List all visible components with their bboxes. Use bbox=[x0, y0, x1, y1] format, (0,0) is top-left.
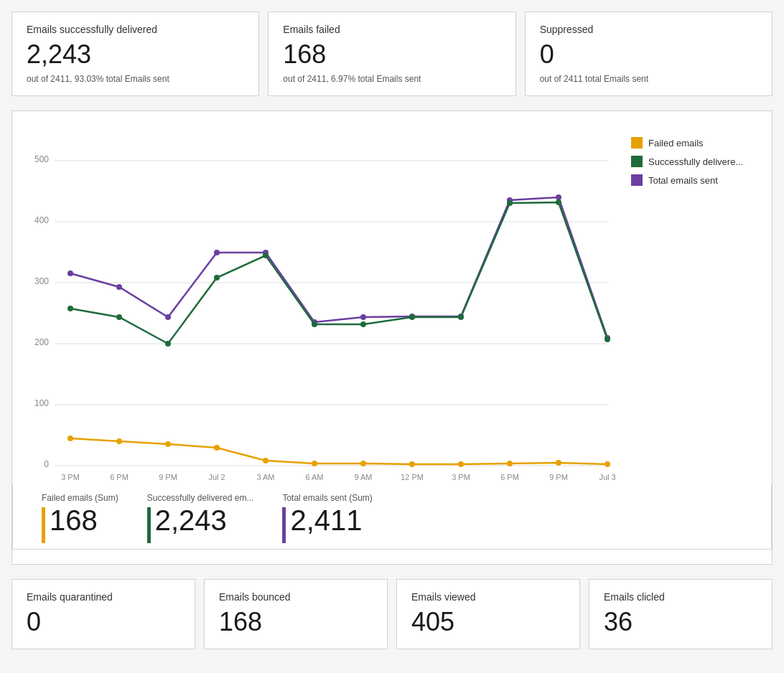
svg-point-55 bbox=[409, 461, 415, 467]
svg-text:3 PM: 3 PM bbox=[61, 473, 80, 481]
svg-text:6 AM: 6 AM bbox=[305, 473, 323, 481]
legend-total-color bbox=[631, 174, 643, 186]
card-clicked: Emails clicled 36 bbox=[589, 579, 773, 649]
chart-block: 0 100 200 300 400 500 3 PM 6 PM 9 PM bbox=[11, 110, 773, 565]
card-delivered-subtitle: out of 2411, 93.03% total Emails sent bbox=[27, 74, 244, 84]
bottom-cards-row: Emails quarantined 0 Emails bounced 168 … bbox=[11, 579, 773, 649]
chart-area: 0 100 200 300 400 500 3 PM 6 PM 9 PM bbox=[24, 123, 620, 484]
stat-total-sum: Total emails sent (Sum) 2,411 bbox=[282, 493, 372, 543]
card-clicked-title: Emails clicled bbox=[604, 591, 757, 603]
legend-total: Total emails sent bbox=[631, 174, 760, 186]
svg-point-47 bbox=[605, 336, 610, 342]
legend-failed-label: Failed emails bbox=[648, 138, 704, 149]
card-delivered: Emails successfully delivered 2,243 out … bbox=[11, 11, 259, 96]
legend-failed: Failed emails bbox=[631, 137, 760, 149]
svg-text:9 AM: 9 AM bbox=[354, 473, 372, 481]
stat-delivered-value-container: 2,243 bbox=[147, 504, 254, 543]
svg-point-59 bbox=[605, 461, 610, 467]
legend-total-label: Total emails sent bbox=[648, 175, 718, 186]
svg-point-49 bbox=[116, 438, 122, 444]
card-failed-title: Emails failed bbox=[283, 24, 500, 35]
stat-failed-value-container: 168 bbox=[42, 504, 118, 543]
stat-delivered-bar bbox=[147, 507, 151, 543]
svg-point-57 bbox=[507, 461, 513, 466]
top-cards-row: Emails successfully delivered 2,243 out … bbox=[11, 11, 773, 96]
svg-point-43 bbox=[409, 314, 415, 320]
stat-delivered-label: Successfully delivered em... bbox=[147, 493, 254, 503]
svg-point-52 bbox=[263, 458, 269, 463]
svg-text:6 PM: 6 PM bbox=[110, 473, 129, 481]
card-suppressed-subtitle: out of 2411 total Emails sent bbox=[540, 74, 757, 84]
card-failed-value: 168 bbox=[283, 39, 500, 70]
svg-text:300: 300 bbox=[34, 276, 49, 286]
svg-point-48 bbox=[67, 436, 73, 441]
stat-delivered-number: 2,243 bbox=[155, 504, 227, 537]
svg-point-56 bbox=[458, 461, 464, 467]
stat-failed-number: 168 bbox=[50, 504, 98, 537]
stat-failed-sum: Failed emails (Sum) 168 bbox=[42, 493, 118, 543]
chart-bottom-stats: Failed emails (Sum) 168 Successfully del… bbox=[12, 484, 772, 550]
svg-point-50 bbox=[165, 441, 171, 447]
card-bounced-title: Emails bounced bbox=[219, 591, 373, 603]
legend-delivered: Successfully delivere... bbox=[631, 156, 760, 167]
svg-point-37 bbox=[116, 314, 122, 320]
svg-point-24 bbox=[67, 270, 73, 276]
card-failed: Emails failed 168 out of 2411, 6.97% tot… bbox=[268, 11, 515, 96]
svg-point-58 bbox=[556, 460, 561, 466]
svg-point-34 bbox=[556, 194, 561, 200]
card-bounced-value: 168 bbox=[219, 607, 373, 637]
svg-point-27 bbox=[214, 250, 220, 255]
stat-failed-label: Failed emails (Sum) bbox=[42, 493, 118, 503]
svg-point-38 bbox=[165, 341, 171, 347]
svg-text:3 AM: 3 AM bbox=[256, 473, 274, 481]
svg-text:200: 200 bbox=[34, 337, 49, 347]
stat-total-number: 2,411 bbox=[290, 504, 362, 537]
svg-point-54 bbox=[360, 461, 366, 466]
card-viewed-value: 405 bbox=[411, 607, 565, 637]
svg-point-44 bbox=[458, 314, 464, 320]
svg-text:400: 400 bbox=[34, 215, 49, 225]
svg-point-25 bbox=[116, 284, 122, 290]
card-failed-subtitle: out of 2411, 6.97% total Emails sent bbox=[283, 74, 500, 84]
card-bounced: Emails bounced 168 bbox=[204, 579, 388, 649]
svg-point-40 bbox=[263, 253, 269, 258]
svg-point-53 bbox=[312, 461, 317, 466]
card-delivered-value: 2,243 bbox=[27, 39, 244, 70]
legend-delivered-label: Successfully delivere... bbox=[648, 156, 743, 167]
svg-point-41 bbox=[312, 321, 317, 327]
card-suppressed-title: Suppressed bbox=[540, 24, 757, 35]
card-clicked-value: 36 bbox=[604, 607, 757, 637]
stat-total-bar bbox=[282, 507, 286, 543]
stat-total-value-container: 2,411 bbox=[282, 504, 372, 543]
svg-text:9 PM: 9 PM bbox=[549, 473, 568, 481]
svg-point-39 bbox=[214, 275, 220, 281]
svg-point-30 bbox=[360, 314, 366, 320]
svg-point-51 bbox=[214, 445, 220, 451]
stat-delivered-sum: Successfully delivered em... 2,243 bbox=[147, 493, 254, 543]
card-quarantined: Emails quarantined 0 bbox=[11, 579, 195, 649]
legend-delivered-color bbox=[631, 156, 643, 167]
card-quarantined-value: 0 bbox=[27, 607, 180, 637]
svg-point-46 bbox=[556, 199, 561, 205]
svg-text:500: 500 bbox=[34, 154, 49, 164]
svg-point-36 bbox=[67, 306, 73, 311]
svg-text:6 PM: 6 PM bbox=[500, 473, 519, 481]
stat-failed-bar bbox=[42, 507, 45, 543]
svg-text:0: 0 bbox=[44, 459, 49, 469]
svg-text:100: 100 bbox=[34, 398, 49, 408]
svg-text:9 PM: 9 PM bbox=[159, 473, 177, 481]
card-suppressed-value: 0 bbox=[540, 39, 757, 70]
svg-text:12 PM: 12 PM bbox=[401, 473, 424, 481]
svg-point-45 bbox=[507, 200, 513, 206]
svg-text:3 PM: 3 PM bbox=[452, 473, 470, 481]
card-viewed-title: Emails viewed bbox=[411, 591, 565, 603]
svg-text:Jul 2: Jul 2 bbox=[208, 473, 225, 481]
card-delivered-title: Emails successfully delivered bbox=[27, 24, 244, 35]
svg-point-42 bbox=[360, 321, 366, 327]
svg-text:Jul 3: Jul 3 bbox=[599, 473, 615, 481]
legend-failed-color bbox=[631, 137, 643, 149]
card-suppressed: Suppressed 0 out of 2411 total Emails se… bbox=[525, 11, 773, 96]
svg-point-26 bbox=[165, 314, 171, 320]
chart-legend: Failed emails Successfully delivere... T… bbox=[631, 123, 760, 484]
line-chart: 0 100 200 300 400 500 3 PM 6 PM 9 PM bbox=[24, 123, 620, 481]
